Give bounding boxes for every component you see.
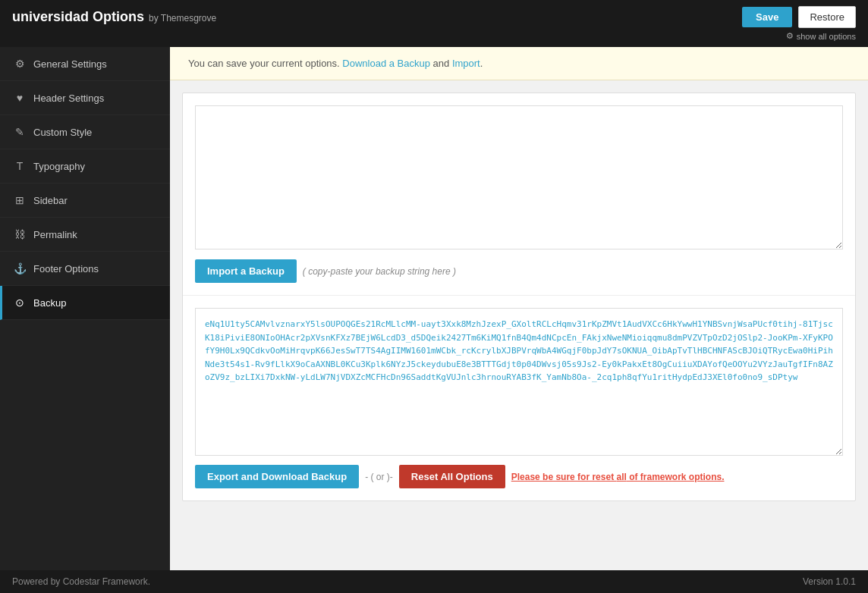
sidebar-icon: ⊞ [14, 194, 26, 206]
show-all-options-link[interactable]: ⚙ show all options [786, 31, 856, 41]
sidebar-label-header-settings: Header Settings [33, 93, 104, 104]
reset-warning-prefix: Please be sure for reset [511, 472, 617, 482]
download-backup-link[interactable]: Download a Backup [342, 58, 430, 69]
app-title-area: universidad Options by Themesgrove [12, 9, 216, 25]
backup-string-display: eNq1U1ty5CAMvlvznarxY5lsOUPOQGEs21RcMLlc… [195, 308, 843, 456]
import-backup-button[interactable]: Import a Backup [195, 259, 297, 283]
sidebar-item-permalink[interactable]: ⛓Permalink [0, 218, 170, 252]
sidebar-label-permalink: Permalink [33, 229, 77, 240]
settings-icon: ⚙ [786, 31, 794, 41]
header: universidad Options by Themesgrove Save … [0, 0, 868, 47]
notice-text: You can save your current options. Downl… [188, 58, 483, 69]
backup-panel: Import a Backup ( copy-paste your backup… [182, 93, 856, 501]
notice-bar: You can save your current options. Downl… [170, 47, 868, 80]
backup-import-textarea[interactable] [195, 105, 843, 249]
sidebar-item-backup[interactable]: ⊙Backup [0, 286, 170, 320]
import-hint: ( copy-paste your backup string here ) [303, 266, 456, 277]
reset-warning-bold: all [616, 472, 626, 482]
or-separator: - ( or )- [365, 472, 393, 482]
reset-all-button[interactable]: Reset All Options [399, 465, 505, 488]
footer: Powered by Codestar Framework. Version 1… [0, 570, 868, 593]
sidebar-label-typography: Typography [33, 161, 85, 172]
export-section: eNq1U1ty5CAMvlvznarxY5lsOUPOQGEs21RcMLlc… [183, 296, 855, 500]
sidebar: ⚙General Settings♥Header Settings✎Custom… [0, 47, 170, 570]
reset-warning: Please be sure for reset all of framewor… [511, 472, 725, 482]
import-actions: Import a Backup ( copy-paste your backup… [195, 259, 843, 283]
footer-options-icon: ⚓ [14, 262, 26, 275]
content-area: You can save your current options. Downl… [170, 47, 868, 570]
version: Version 1.0.1 [803, 576, 856, 587]
save-button[interactable]: Save [742, 7, 792, 27]
main-layout: ⚙General Settings♥Header Settings✎Custom… [0, 47, 868, 570]
header-settings-icon: ♥ [14, 92, 26, 104]
sidebar-item-sidebar[interactable]: ⊞Sidebar [0, 184, 170, 218]
sidebar-label-backup: Backup [33, 297, 66, 309]
general-settings-icon: ⚙ [14, 58, 26, 70]
sidebar-item-general-settings[interactable]: ⚙General Settings [0, 47, 170, 81]
sidebar-item-typography[interactable]: TTypography [0, 149, 170, 184]
import-link[interactable]: Import [452, 58, 480, 69]
sidebar-item-custom-style[interactable]: ✎Custom Style [0, 115, 170, 149]
app-title: universidad Options [12, 9, 144, 25]
sidebar-label-sidebar: Sidebar [33, 195, 68, 206]
custom-style-icon: ✎ [14, 126, 26, 138]
sidebar-label-general-settings: General Settings [33, 58, 107, 70]
typography-icon: T [14, 160, 26, 172]
permalink-icon: ⛓ [14, 228, 26, 240]
app-by: by Themesgrove [149, 13, 216, 24]
sidebar-label-custom-style: Custom Style [33, 127, 92, 138]
sidebar-item-header-settings[interactable]: ♥Header Settings [0, 81, 170, 115]
backup-icon: ⊙ [14, 296, 26, 309]
reset-warning-suffix: of framework options. [627, 472, 725, 482]
powered-by: Powered by Codestar Framework. [12, 576, 150, 587]
header-actions: Save Restore [742, 6, 856, 28]
import-section: Import a Backup ( copy-paste your backup… [183, 93, 855, 296]
sidebar-label-footer-options: Footer Options [33, 263, 99, 275]
sidebar-item-footer-options[interactable]: ⚓Footer Options [0, 252, 170, 286]
export-backup-button[interactable]: Export and Download Backup [195, 465, 359, 488]
export-actions: Export and Download Backup - ( or )- Res… [195, 465, 843, 488]
restore-button[interactable]: Restore [798, 6, 856, 28]
